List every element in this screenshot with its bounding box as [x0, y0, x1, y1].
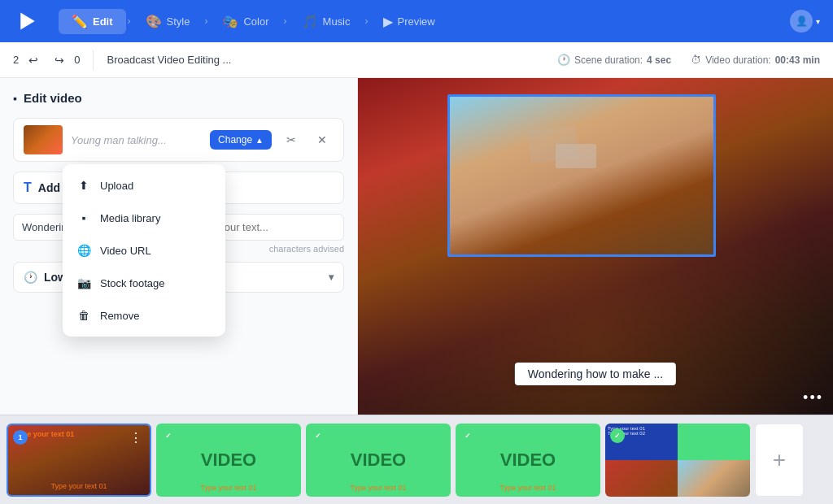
video-caption: Wondering how to make ... — [515, 363, 676, 385]
film-video-label-4: VIDEO — [500, 450, 556, 471]
toolbar: 2 ↩ ↪ 0 Broadcast Video Editing ... 🕐 Sc… — [0, 42, 833, 78]
preview-more-button[interactable]: ••• — [803, 389, 823, 406]
film-video-label-2: VIDEO — [201, 450, 256, 471]
close-button[interactable]: ✕ — [311, 128, 334, 151]
film-item-1[interactable]: Type your text 01 1 ⋮ Type your text 01 — [7, 424, 151, 497]
film-item-3[interactable]: VIDEO ✓ Type your text 01 — [306, 424, 451, 497]
film-item-5[interactable]: Type your text 01Type your text 02 ✓ — [605, 424, 750, 497]
scene-duration: 🕐 Scene duration: 4 sec — [557, 54, 671, 66]
scene-duration-value: 4 sec — [647, 54, 671, 66]
video-thumbnail — [24, 125, 63, 154]
upload-label: Upload — [100, 180, 133, 192]
main-layout: ▪ Edit video Young man talking... Change… — [0, 78, 833, 415]
nav-chevron-1: › — [128, 15, 131, 27]
dropdown-upload[interactable]: ⬆ Upload — [63, 169, 225, 202]
timer-icon: ⏱ — [691, 54, 701, 66]
user-menu[interactable]: 👤 ▾ — [790, 10, 820, 33]
trash-icon: 🗑 — [76, 307, 92, 324]
media-library-icon: ▪ — [76, 210, 92, 226]
add-film-button[interactable]: + — [755, 424, 804, 497]
undo-count: 2 — [13, 54, 19, 66]
film-cell-green — [678, 424, 750, 460]
left-panel: ▪ Edit video Young man talking... Change… — [0, 78, 358, 415]
video-duration-label: Video duration: — [705, 54, 771, 66]
dropdown-media-library[interactable]: ▪ Media library — [63, 202, 225, 234]
video-placeholder: Young man talking... — [71, 134, 202, 146]
film-label-2: Type your text 01 — [156, 484, 301, 492]
dropdown-video-url[interactable]: 🌐 Video URL — [63, 234, 225, 267]
change-label: Change — [218, 134, 252, 146]
video-source-row: Young man talking... Change ▲ ✂ ✕ ⬆ Uplo… — [13, 118, 344, 162]
plus-icon: + — [773, 447, 786, 473]
edit-label: Edit — [93, 15, 113, 28]
video-duration: ⏱ Video duration: 00:43 min — [691, 54, 820, 66]
film-check-badge-4: ✓ — [460, 428, 475, 443]
chevron-down-icon: ▾ — [816, 17, 820, 26]
film-label-3: Type your text 01 — [306, 484, 451, 492]
text-icon: T — [24, 180, 32, 195]
film-cell-sunset — [605, 460, 678, 497]
redo-button[interactable]: ↪ — [48, 49, 71, 72]
video-inner-content — [450, 97, 713, 254]
nav-step-music[interactable]: 🎵 Music — [289, 9, 364, 34]
toolbar-meta: 🕐 Scene duration: 4 sec ⏱ Video duration… — [557, 54, 820, 66]
nav-step-color[interactable]: 🎭 Color — [209, 9, 281, 34]
nav-step-edit[interactable]: ✏️ Edit — [59, 9, 126, 34]
remove-label: Remove — [100, 310, 139, 322]
video-inner-frame[interactable] — [447, 94, 716, 257]
film-video-label-3: VIDEO — [351, 450, 406, 471]
lower-third-chevron-icon: ▾ — [329, 272, 334, 283]
nav-chevron-2: › — [204, 15, 207, 27]
app-logo[interactable] — [13, 7, 42, 36]
nav-chevron-4: › — [365, 15, 369, 27]
project-title[interactable]: Broadcast Video Editing ... — [107, 54, 551, 66]
dropdown-stock-footage[interactable]: 📷 Stock footage — [63, 267, 225, 299]
nav-steps: ✏️ Edit › 🎨 Style › 🎭 Color › 🎵 Music › … — [59, 9, 790, 34]
film-check-badge-3: ✓ — [311, 428, 325, 443]
nav-step-preview[interactable]: ▶ Preview — [370, 9, 448, 34]
undo-button[interactable]: ↩ — [22, 49, 45, 72]
avatar: 👤 — [790, 10, 813, 33]
panel-title: Edit video — [24, 91, 82, 105]
caption-text: Wondering how to make ... — [528, 367, 663, 380]
camera-icon: 📷 — [76, 275, 92, 291]
stock-footage-label: Stock footage — [100, 277, 165, 289]
undo-group: 2 ↩ ↪ 0 — [13, 49, 80, 72]
preview-label: Preview — [398, 15, 435, 28]
preview-icon: ▶ — [383, 14, 393, 29]
film-item-4[interactable]: VIDEO ✓ Type your text 01 — [456, 424, 600, 497]
more-icon: ••• — [803, 389, 823, 406]
scissors-button[interactable]: ✂ — [280, 128, 303, 151]
film-check-badge-2: ✓ — [161, 428, 176, 443]
change-dropdown: ⬆ Upload ▪ Media library 🌐 Video URL 📷 S… — [63, 164, 225, 337]
lower-third-icon: 🕐 — [24, 271, 37, 284]
style-icon: 🎨 — [146, 14, 162, 29]
media-library-label: Media library — [100, 212, 160, 224]
film-cell-mountain — [678, 460, 750, 497]
edit-icon: ✏️ — [72, 14, 88, 29]
film-label-4: Type your text 01 — [456, 484, 600, 492]
nav-step-style[interactable]: 🎨 Style — [133, 9, 203, 34]
top-navigation: ✏️ Edit › 🎨 Style › 🎭 Color › 🎵 Music › … — [0, 0, 833, 42]
svg-marker-0 — [20, 13, 35, 30]
edit-video-header: ▪ Edit video — [13, 91, 344, 105]
dropdown-remove[interactable]: 🗑 Remove — [63, 299, 225, 332]
upload-icon: ⬆ — [76, 177, 92, 193]
filmstrip: Type your text 01 1 ⋮ Type your text 01 … — [0, 415, 833, 504]
chevron-up-icon: ▲ — [255, 136, 264, 145]
change-button[interactable]: Change ▲ — [210, 130, 272, 150]
video-icon: ▪ — [13, 92, 17, 105]
music-icon: 🎵 — [302, 14, 318, 29]
film-label-1: Type your text 01 — [8, 482, 150, 490]
preview-background: Wondering how to make ... ••• — [358, 78, 833, 415]
style-label: Style — [167, 15, 190, 28]
color-icon: 🎭 — [222, 14, 238, 29]
film-check-badge-5: ✓ — [610, 428, 625, 443]
clock-icon: 🕐 — [557, 54, 570, 66]
music-label: Music — [323, 15, 351, 28]
film-dots-1[interactable]: ⋮ — [129, 430, 143, 445]
color-label: Color — [243, 15, 268, 28]
toolbar-divider — [93, 50, 94, 70]
nav-chevron-3: › — [284, 15, 287, 27]
film-item-2[interactable]: VIDEO ✓ Type your text 01 — [156, 424, 301, 497]
